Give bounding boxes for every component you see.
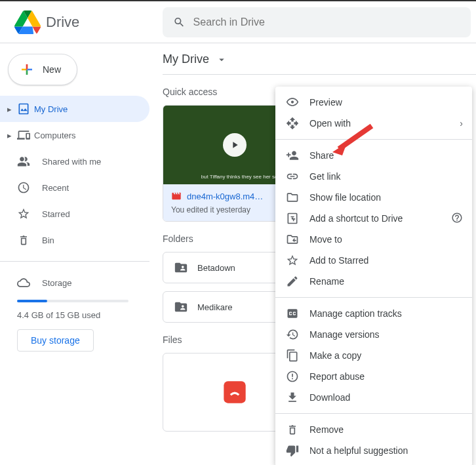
buy-storage-button[interactable]: Buy storage bbox=[17, 329, 94, 352]
menu-label: Not a helpful suggestion bbox=[309, 445, 408, 456]
menu-label: Share bbox=[309, 150, 334, 161]
menu-label: Make a copy bbox=[309, 350, 361, 361]
link-icon bbox=[286, 170, 299, 183]
rename-icon bbox=[286, 275, 299, 288]
nav-label: My Drive bbox=[34, 104, 68, 114]
menu-captions[interactable]: Manage caption tracks bbox=[275, 303, 472, 324]
menu-label: Manage versions bbox=[309, 329, 380, 340]
menu-not-helpful[interactable]: Not a helpful suggestion bbox=[275, 440, 472, 461]
trash-icon bbox=[286, 423, 299, 436]
sidebar: New ▸ My Drive ▸ Computers Shared with m… bbox=[0, 43, 157, 465]
menu-remove[interactable]: Remove bbox=[275, 419, 472, 440]
menu-preview[interactable]: Preview bbox=[275, 92, 472, 113]
shortcut-icon bbox=[286, 212, 299, 225]
computers-icon bbox=[17, 129, 30, 142]
bin-icon bbox=[17, 233, 30, 247]
report-icon bbox=[286, 370, 299, 383]
menu-versions[interactable]: Manage versions bbox=[275, 324, 472, 345]
nav-label: Bin bbox=[42, 235, 54, 245]
nav-label: Starred bbox=[42, 209, 70, 219]
caret-icon: ▸ bbox=[5, 131, 13, 140]
separator bbox=[0, 261, 149, 262]
menu-label: Open with bbox=[309, 118, 351, 129]
menu-rename[interactable]: Rename bbox=[275, 271, 472, 292]
drive-logo-icon bbox=[14, 9, 41, 35]
menu-add-shortcut[interactable]: Add a shortcut to Drive bbox=[275, 208, 472, 229]
history-icon bbox=[286, 328, 299, 341]
dropdown-icon bbox=[216, 54, 228, 66]
menu-move-to[interactable]: Move to bbox=[275, 229, 472, 250]
menu-label: Rename bbox=[309, 276, 344, 287]
menu-label: Report abuse bbox=[309, 371, 365, 382]
menu-add-starred[interactable]: Add to Starred bbox=[275, 250, 472, 271]
folder-shared-icon bbox=[174, 260, 188, 275]
menu-get-link[interactable]: Get link bbox=[275, 166, 472, 187]
menu-separator bbox=[275, 139, 472, 140]
nav-recent[interactable]: Recent bbox=[0, 174, 149, 201]
folder-shared-icon bbox=[174, 300, 188, 314]
star-icon bbox=[17, 207, 30, 220]
folder-icon bbox=[286, 191, 299, 204]
menu-label: Remove bbox=[309, 424, 344, 435]
chevron-right-icon: › bbox=[460, 118, 463, 129]
copy-icon bbox=[286, 349, 299, 362]
menu-show-location[interactable]: Show file location bbox=[275, 187, 472, 208]
menu-share[interactable]: Share bbox=[275, 145, 472, 166]
eye-icon bbox=[286, 96, 299, 109]
card-title: dne4m-k0gw8.m4… bbox=[187, 192, 263, 201]
move-icon bbox=[286, 233, 299, 246]
open-with-icon bbox=[286, 117, 299, 130]
nav-storage[interactable]: Storage bbox=[0, 270, 149, 296]
menu-label: Add to Starred bbox=[309, 255, 368, 266]
new-button[interactable]: New bbox=[8, 54, 77, 85]
play-icon bbox=[223, 133, 247, 157]
menu-label: Manage caption tracks bbox=[309, 308, 402, 319]
menu-open-with[interactable]: Open with › bbox=[275, 113, 472, 134]
pdf-icon bbox=[218, 376, 251, 409]
breadcrumb-label: My Drive bbox=[163, 52, 209, 66]
download-icon bbox=[286, 391, 299, 404]
menu-copy[interactable]: Make a copy bbox=[275, 345, 472, 366]
logo-area[interactable]: Drive bbox=[5, 9, 163, 35]
my-drive-icon bbox=[17, 102, 30, 115]
nav-my-drive[interactable]: ▸ My Drive bbox=[0, 96, 149, 122]
menu-label: Show file location bbox=[309, 192, 381, 203]
help-icon[interactable] bbox=[451, 212, 463, 226]
nav-label: Computers bbox=[34, 131, 76, 140]
search-input[interactable] bbox=[193, 16, 460, 28]
plus-icon bbox=[19, 62, 35, 77]
storage-text: 4.4 GB of 15 GB used bbox=[17, 310, 149, 320]
menu-report[interactable]: Report abuse bbox=[275, 366, 472, 387]
menu-separator bbox=[275, 297, 472, 298]
folder-name: Medikare bbox=[197, 302, 232, 312]
star-outline-icon bbox=[286, 254, 299, 267]
menu-separator bbox=[275, 413, 472, 414]
breadcrumb[interactable]: My Drive bbox=[163, 52, 476, 75]
context-menu: Preview Open with › Share Get link Show … bbox=[275, 87, 472, 465]
share-icon bbox=[286, 149, 299, 162]
header: Drive bbox=[0, 1, 476, 43]
video-file-icon bbox=[171, 191, 182, 201]
nav-bin[interactable]: Bin bbox=[0, 227, 149, 253]
app-name: Drive bbox=[46, 14, 79, 31]
menu-label: Move to bbox=[309, 234, 342, 245]
new-button-label: New bbox=[43, 64, 61, 75]
nav-computers[interactable]: ▸ Computers bbox=[0, 122, 149, 148]
recent-icon bbox=[17, 181, 30, 194]
menu-label: Add a shortcut to Drive bbox=[309, 213, 403, 224]
caret-icon: ▸ bbox=[5, 104, 13, 114]
folder-name: Betadown bbox=[197, 263, 235, 273]
menu-label: Get link bbox=[309, 171, 340, 182]
thumb-down-icon bbox=[286, 444, 299, 457]
shared-icon bbox=[17, 155, 30, 168]
storage-bar bbox=[17, 300, 129, 302]
search-bar[interactable] bbox=[163, 7, 471, 37]
search-icon bbox=[173, 16, 186, 29]
menu-download[interactable]: Download bbox=[275, 387, 472, 408]
nav-starred[interactable]: Starred bbox=[0, 201, 149, 227]
cloud-icon bbox=[17, 276, 30, 289]
nav-label: Shared with me bbox=[42, 157, 101, 167]
nav-label: Recent bbox=[42, 183, 69, 193]
nav-shared[interactable]: Shared with me bbox=[0, 148, 149, 174]
cc-icon bbox=[286, 307, 299, 320]
